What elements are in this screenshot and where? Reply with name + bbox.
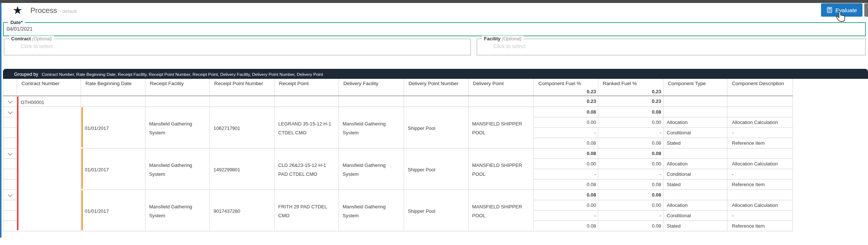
- component-description-cell: Reference Item: [727, 179, 793, 189]
- expander-cell[interactable]: [3, 189, 17, 200]
- delivery-point-cell: MANSFIELD SHIPPER POOL: [468, 148, 534, 189]
- date-value[interactable]: 04/01/2021: [4, 23, 865, 32]
- window-top-strip: [0, 0, 868, 3]
- date-field[interactable]: Date* 04/01/2021: [3, 22, 866, 36]
- component-fuel-cell: -: [534, 210, 598, 221]
- component-fuel-cell: 0.00: [534, 117, 598, 127]
- contract-span-cell: [17, 107, 81, 231]
- delivery-facility-cell: Mansfield Gathering System: [339, 148, 404, 189]
- column-header[interactable]: Rate Beginning Date: [81, 79, 145, 88]
- page-left-accent: [0, 3, 1, 238]
- page-title-text: Process: [30, 6, 57, 14]
- ranked-fuel-cell: 0.00: [598, 158, 663, 169]
- expander-cell[interactable]: [3, 96, 17, 107]
- component-description-cell: Reference Item: [727, 138, 793, 148]
- ranked-fuel-cell: 0.08: [598, 221, 663, 231]
- date-label: Date*: [8, 20, 25, 25]
- grand-total-row: 0.23 0.23: [3, 88, 793, 96]
- column-header[interactable]: Delivery Facility: [339, 79, 404, 88]
- component-fuel-cell: 0.08: [534, 138, 598, 148]
- chevron-down-icon: [8, 151, 13, 156]
- rate-component-fuel: 0.08: [534, 148, 598, 158]
- rate-component-fuel: 0.08: [534, 107, 598, 117]
- delivery-facility-cell: Mansfield Gathering System: [339, 189, 404, 231]
- component-fuel-cell: 0.08: [534, 179, 598, 189]
- receipt-point-cell: FRITH 29 PAD CTDEL CMO: [275, 189, 339, 231]
- rate-ranked-fuel: 0.08: [598, 189, 663, 200]
- ranked-fuel-cell: 0.00: [598, 117, 663, 127]
- column-header[interactable]: Component Description: [727, 79, 793, 88]
- component-fuel-cell: 0.08: [534, 221, 598, 231]
- favorite-star-icon[interactable]: ★: [13, 3, 23, 17]
- rate-group-indicator-bar: [81, 190, 83, 230]
- component-description-cell: Allocation Calculation: [727, 158, 793, 169]
- rate-group-indicator-bar: [81, 107, 83, 147]
- delivery-facility-cell: Mansfield Gathering System: [339, 107, 404, 148]
- ranked-fuel-cell: -: [598, 210, 663, 221]
- rate-group-row: 01/01/2017 Mansfield Gathering System 14…: [3, 148, 793, 158]
- component-description-cell: Allocation Calculation: [727, 117, 793, 127]
- facility-label: Facility (Optional): [482, 36, 524, 41]
- header-row: Contract Number Rate Beginning Date Rece…: [3, 79, 793, 88]
- column-header[interactable]: Receipt Point Number: [210, 79, 275, 88]
- rate-group-row: 01/01/2017 Mansfield Gathering System 10…: [3, 107, 793, 117]
- ranked-fuel-cell: 0.08: [598, 138, 663, 148]
- top-bar: ★ Process- default Evaluate: [1, 3, 868, 18]
- contract-select[interactable]: Contract (Optional) Click to select: [4, 38, 471, 56]
- receipt-point-number-cell: 1492299801: [210, 148, 275, 189]
- grouped-by-bar: Grouped by Contract Number, Rate Beginni…: [3, 69, 868, 79]
- total-component-fuel: 0.23: [534, 88, 598, 96]
- expander-cell[interactable]: [3, 107, 17, 117]
- expander-cell[interactable]: [3, 148, 17, 158]
- receipt-facility-cell: Mansfield Gathering System: [145, 107, 210, 148]
- rate-beginning-date-cell: 01/01/2017: [81, 189, 145, 231]
- ranked-fuel-cell: 0.00: [598, 200, 663, 210]
- component-fuel-cell: 0.00: [534, 158, 598, 169]
- contract-placeholder[interactable]: Click to select: [4, 39, 470, 49]
- evaluate-button[interactable]: Evaluate: [821, 3, 862, 17]
- results-table: Contract Number Rate Beginning Date Rece…: [3, 79, 793, 231]
- contract-number-cell: GTH00001: [17, 96, 81, 107]
- page-title: Process- default: [30, 3, 77, 19]
- ranked-fuel-cell: -: [598, 169, 663, 179]
- component-type-cell: Allocation: [663, 200, 727, 210]
- delivery-point-cell: MANSFIELD SHIPPER POOL: [468, 107, 534, 148]
- receipt-facility-cell: Mansfield Gathering System: [145, 148, 210, 189]
- chevron-down-icon: [8, 110, 13, 114]
- column-header[interactable]: Receipt Point: [275, 79, 339, 88]
- column-header[interactable]: Receipt Facility: [145, 79, 210, 88]
- receipt-point-cell: CLD 26&23-15-12 H-1 PAD CTDEL CMO: [275, 148, 339, 189]
- contract-group-indicator-bar: [17, 97, 18, 230]
- facility-select[interactable]: Facility (Optional) Click to select: [477, 38, 866, 56]
- receipt-point-number-cell: 1062717901: [210, 107, 275, 148]
- column-header[interactable]: Component Type: [663, 79, 727, 88]
- column-header[interactable]: Component Fuel %: [534, 79, 598, 88]
- contract-group-row: GTH00001 0.23 0.23: [3, 96, 793, 107]
- rate-beginning-date-cell: 01/01/2017: [81, 148, 145, 189]
- component-type-cell: Conditional: [663, 127, 727, 138]
- component-fuel-cell: -: [534, 127, 598, 138]
- clipped-secondary-button[interactable]: [864, 3, 868, 17]
- ranked-fuel-cell: 0.08: [598, 179, 663, 189]
- component-type-cell: Conditional: [663, 169, 727, 179]
- facility-placeholder[interactable]: Click to select: [477, 39, 865, 49]
- rate-beginning-date-cell: 01/01/2017: [81, 107, 145, 148]
- chevron-down-icon: [8, 99, 13, 104]
- rate-component-fuel: 0.08: [534, 189, 598, 200]
- component-description-cell: Reference Item: [727, 221, 793, 231]
- column-header[interactable]: Delivery Point: [468, 79, 534, 88]
- column-header[interactable]: Delivery Point Number: [404, 79, 468, 88]
- page-subtitle: - default: [59, 9, 77, 14]
- group-component-fuel: 0.23: [534, 96, 598, 107]
- rate-group-indicator-bar: [81, 149, 83, 189]
- component-fuel-cell: -: [534, 169, 598, 179]
- chevron-down-icon: [8, 192, 13, 197]
- group-ranked-fuel: 0.23: [598, 96, 663, 107]
- column-header[interactable]: Contract Number: [17, 79, 81, 88]
- receipt-facility-cell: Mansfield Gathering System: [145, 189, 210, 231]
- component-description-cell: -: [727, 169, 793, 179]
- grouped-by-prefix: Grouped by: [14, 72, 38, 77]
- column-header[interactable]: Ranked Fuel %: [598, 79, 663, 88]
- contract-label: Contract (Optional): [9, 36, 54, 41]
- calculator-icon: [827, 7, 832, 13]
